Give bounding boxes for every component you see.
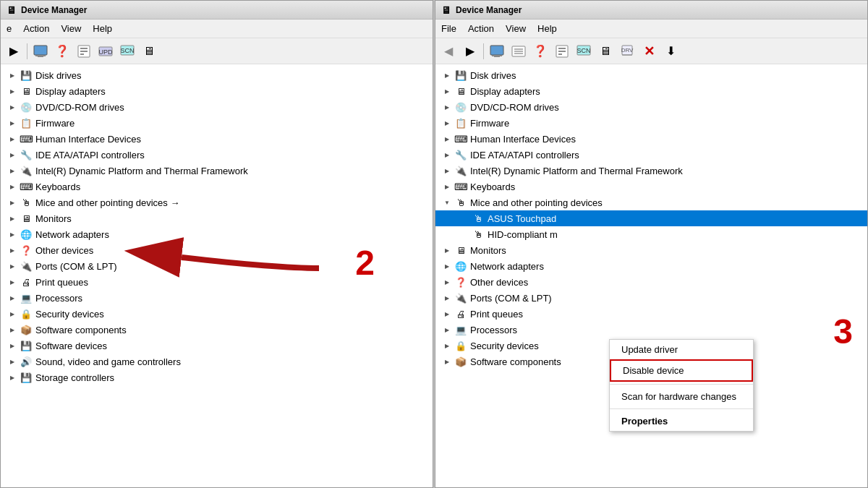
tree-item[interactable]: ▶🔌Ports (COM & LPT) (1, 258, 433, 274)
tree-item-icon: 💾 (20, 372, 33, 383)
tree-item[interactable]: ▶💿DVD/CD-ROM drives (435, 99, 867, 115)
tree-item-icon: 📋 (454, 117, 467, 129)
left-menu-action[interactable]: Action (17, 21, 55, 36)
tree-item[interactable]: ▶🖨Print queues (1, 274, 433, 290)
tree-item[interactable]: ▶🔒Security devices (1, 306, 433, 322)
right-toolbar-monitor[interactable]: 🖥 (595, 41, 616, 61)
tree-item-label: Processors (35, 293, 82, 304)
tree-item[interactable]: ▶📋Firmware (435, 115, 867, 131)
tree-item[interactable]: ▶🖥Display adapters (435, 83, 867, 99)
tree-expand-icon: ▶ (441, 340, 453, 351)
tree-item[interactable]: ▶🖥Monitors (435, 242, 867, 258)
tree-item[interactable]: ▶❓Other devices (1, 242, 433, 258)
right-toolbar-properties2[interactable] (552, 41, 572, 61)
left-toolbar-scan[interactable]: SCN (117, 41, 137, 61)
tree-item[interactable]: ▶🔊Sound, video and game controllers (1, 354, 433, 369)
left-toolbar-help[interactable]: ❓ (52, 41, 72, 61)
tree-item-label: Keyboards (35, 181, 80, 192)
tree-item-icon: 🔌 (454, 292, 467, 304)
tree-item-icon: ⌨ (454, 181, 467, 192)
tree-item-icon: 🔒 (454, 340, 467, 351)
left-menu-view[interactable]: View (55, 21, 87, 36)
tree-expand-icon: ▶ (7, 356, 18, 367)
tree-item[interactable]: ▶⌨Human Interface Devices (435, 131, 867, 147)
tree-item[interactable]: ▶🖥Monitors (1, 210, 433, 226)
tree-item[interactable]: ▶❓Other devices (435, 274, 867, 290)
tree-item[interactable]: ▶📦Software components (1, 322, 433, 338)
right-tree[interactable]: ▶💾Disk drives▶🖥Display adapters▶💿DVD/CD-… (435, 64, 867, 487)
tree-item[interactable]: ▶💾Disk drives (1, 67, 433, 83)
tree-item[interactable]: ▶🖥Display adapters (1, 83, 433, 99)
tree-item[interactable]: ▶🔌Intel(R) Dynamic Platform and Thermal … (435, 163, 867, 179)
tree-expand-icon: ▶ (7, 69, 18, 81)
tree-item[interactable]: ▶🔌Ports (COM & LPT) (435, 290, 867, 306)
left-tree[interactable]: ▶💾Disk drives▶🖥Display adapters▶💿DVD/CD-… (1, 64, 433, 487)
tree-item-label: Sound, video and game controllers (35, 356, 181, 367)
right-menu-file[interactable]: File (435, 21, 462, 36)
tree-item-label: Ports (COM & LPT) (470, 293, 552, 304)
tree-item-icon: 🖥 (454, 244, 467, 256)
right-menu-help[interactable]: Help (532, 21, 563, 36)
tree-item[interactable]: ▶⌨Human Interface Devices (1, 131, 433, 147)
tree-expand-icon: ▶ (7, 324, 18, 335)
left-toolbar-devmgr[interactable] (30, 41, 51, 61)
left-toolbar-update[interactable]: UPD (95, 41, 116, 61)
tree-item[interactable]: ▶🔧IDE ATA/ATAPI controllers (435, 147, 867, 163)
tree-item[interactable]: ▼🖱Mice and other pointing devices (435, 194, 867, 210)
right-toolbar-properties-list[interactable] (509, 41, 529, 61)
right-toolbar-delete[interactable]: DRV (617, 41, 637, 61)
left-menu-help[interactable]: Help (87, 21, 118, 36)
svg-rect-12 (490, 46, 503, 55)
tree-item-label: IDE ATA/ATAPI controllers (35, 150, 145, 160)
right-toolbar-help[interactable]: ❓ (530, 41, 550, 61)
tree-item-icon: 🖥 (454, 85, 467, 97)
tree-item[interactable]: 🖱ASUS Touchpad (435, 210, 867, 226)
tree-item-label: ASUS Touchpad (488, 213, 556, 224)
tree-expand-icon: ▶ (441, 324, 453, 335)
right-toolbar-scan[interactable]: SCN (574, 41, 594, 61)
context-menu-item[interactable]: Update driver (610, 340, 753, 359)
left-toolbar-forward[interactable]: ▶ (4, 41, 24, 61)
tree-item[interactable]: ▶🔌Intel(R) Dynamic Platform and Thermal … (1, 163, 433, 179)
tree-expand-icon: ▶ (441, 276, 453, 288)
tree-item[interactable]: ▶💻Processors (435, 322, 867, 338)
tree-expand-icon: ▶ (7, 133, 18, 145)
tree-item-label: Human Interface Devices (35, 134, 141, 145)
context-menu-separator (610, 384, 753, 385)
tree-item[interactable]: ▶🔧IDE ATA/ATAPI controllers (1, 147, 433, 163)
svg-text:SCN: SCN (120, 47, 134, 54)
tree-item-label: Print queues (470, 309, 523, 320)
tree-item[interactable]: ▶💿DVD/CD-ROM drives (1, 99, 433, 115)
right-toolbar-back[interactable]: ◀ (438, 41, 459, 61)
tree-item[interactable]: 🖱HID-compliant m (435, 226, 867, 242)
tree-item[interactable]: ▶🌐Network adapters (1, 226, 433, 242)
tree-item-icon: 🖨 (454, 308, 467, 320)
tree-item[interactable]: ▶💾Disk drives (435, 67, 867, 83)
tree-item[interactable]: ▶⌨Keyboards (435, 179, 867, 194)
right-menu-view[interactable]: View (500, 21, 532, 36)
tree-item[interactable]: ▶💻Processors (1, 290, 433, 306)
right-toolbar-download[interactable]: ⬇ (660, 41, 681, 61)
context-menu-item[interactable]: Scan for hardware changes (610, 387, 753, 406)
right-menu-action[interactable]: Action (462, 21, 500, 36)
context-menu-item[interactable]: Disable device (610, 359, 753, 382)
right-toolbar-forward[interactable]: ▶ (460, 41, 480, 61)
left-menu-file[interactable]: e (1, 21, 17, 36)
left-toolbar-monitor[interactable]: 🖥 (139, 41, 159, 61)
tree-item[interactable]: ▶🖱Mice and other pointing devices → (1, 194, 433, 210)
left-toolbar-properties[interactable] (74, 41, 94, 61)
tree-expand-icon: ▶ (7, 181, 18, 192)
tree-item[interactable]: ▶🖨Print queues (435, 306, 867, 322)
right-toolbar-red-x[interactable]: ✕ (639, 41, 659, 61)
tree-item[interactable]: ▶🌐Network adapters (435, 258, 867, 274)
tree-item[interactable]: ▶⌨Keyboards (1, 179, 433, 194)
tree-item-icon: 🖱 (472, 228, 485, 240)
tree-item[interactable]: ▶💾Storage controllers (1, 369, 433, 385)
tree-item-icon: 🔌 (20, 165, 33, 176)
tree-expand-icon (459, 228, 470, 240)
tree-item[interactable]: ▶💾Software devices (1, 338, 433, 354)
right-toolbar-devmgr[interactable] (487, 41, 507, 61)
left-title-text: Device Manager (21, 5, 87, 15)
context-menu-item[interactable]: Properties (610, 411, 753, 431)
tree-item[interactable]: ▶📋Firmware (1, 115, 433, 131)
